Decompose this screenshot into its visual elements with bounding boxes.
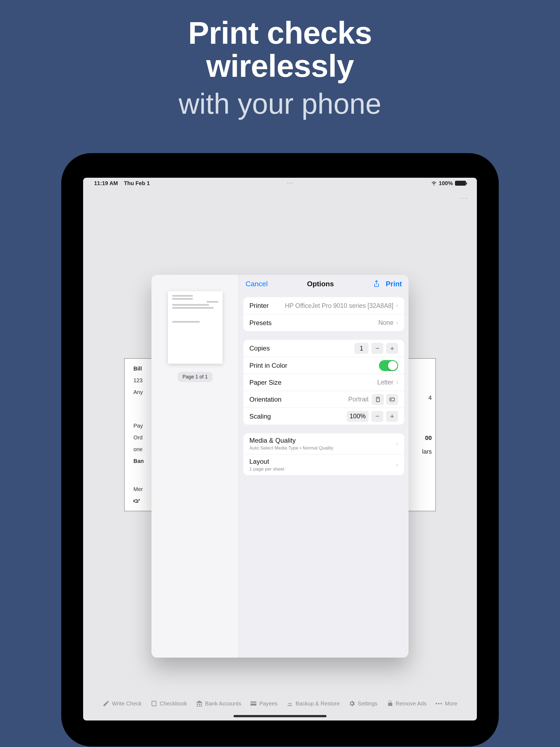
book-icon (150, 700, 157, 707)
svg-point-3 (391, 399, 392, 400)
print-button[interactable]: Print (386, 280, 402, 288)
svg-rect-2 (390, 398, 394, 401)
marketing-header: Print checks wirelessly with your phone (0, 0, 560, 120)
svg-rect-5 (251, 703, 257, 703)
status-left: 11:19 AM Thu Feb 1 (83, 180, 150, 186)
orientation-portrait-button[interactable] (372, 394, 384, 405)
share-icon[interactable] (373, 280, 380, 288)
gear-icon (348, 700, 355, 707)
chevron-right-icon: › (396, 302, 398, 309)
tablet-frame: 11:19 AM Thu Feb 1 ··· 100% ··· Bill 123… (61, 153, 499, 746)
tb-bank-accounts[interactable]: Bank Accounts (196, 700, 241, 707)
row-copies: Copies 1 − + (244, 340, 404, 357)
modal-title: Options (268, 280, 373, 288)
copies-value[interactable]: 1 (354, 343, 368, 354)
status-date: Thu Feb 1 (124, 180, 150, 186)
row-presets[interactable]: Presets None › (244, 314, 404, 331)
more-icon: ••• (435, 700, 443, 707)
battery-percent: 100% (439, 180, 453, 186)
row-orientation: Orientation Portrait (244, 391, 404, 408)
headline-sub: with your phone (0, 87, 560, 120)
cancel-button[interactable]: Cancel (246, 280, 268, 288)
status-bar: 11:19 AM Thu Feb 1 ··· 100% (83, 178, 477, 189)
home-indicator[interactable] (233, 715, 327, 717)
tb-payees[interactable]: Payees (250, 700, 278, 707)
bank-icon (196, 700, 203, 707)
row-layout[interactable]: Layout 1 page per sheet › (244, 454, 404, 475)
battery-icon (455, 181, 466, 186)
chevron-right-icon: › (396, 461, 398, 468)
section-advanced: Media & Quality Auto Select Media Type •… (244, 433, 404, 475)
chevron-right-icon: › (396, 379, 398, 386)
section-settings: Copies 1 − + Print in Color (244, 340, 404, 424)
modal-header: Cancel Options Print (239, 275, 408, 293)
color-toggle[interactable] (379, 360, 398, 371)
orientation-landscape-button[interactable] (386, 394, 398, 405)
section-printer: Printer HP OfficeJet Pro 9010 series [32… (244, 297, 404, 331)
tb-backup-restore[interactable]: Backup & Restore (286, 700, 339, 707)
bottom-toolbar: Write Check Checkbook Bank Accounts Paye… (83, 695, 477, 712)
svg-point-1 (377, 398, 378, 399)
svg-rect-0 (377, 397, 380, 402)
card-icon (250, 700, 257, 707)
headline-bold: Print checks wirelessly (0, 17, 560, 83)
tb-more[interactable]: ••• More (435, 700, 457, 707)
scaling-minus-button[interactable]: − (371, 411, 383, 422)
copies-minus-button[interactable]: − (371, 343, 383, 354)
compose-icon (103, 700, 110, 707)
multitask-dots[interactable]: ··· (150, 180, 431, 186)
check-edge-peek: 4 00 lars (422, 391, 432, 459)
status-time: 11:19 AM (94, 180, 118, 186)
copies-plus-button[interactable]: + (386, 343, 398, 354)
row-media-quality[interactable]: Media & Quality Auto Select Media Type •… (244, 433, 404, 454)
tb-remove-ads[interactable]: Remove Ads (386, 700, 427, 707)
row-scaling: Scaling 100% − + (244, 408, 404, 424)
row-paper-size[interactable]: Paper Size Letter › (244, 374, 404, 391)
tb-checkbook[interactable]: Checkbook (150, 700, 187, 707)
page-counter: Page 1 of 1 (177, 372, 212, 382)
print-preview-pane: Page 1 of 1 (152, 275, 239, 658)
unlock-icon (386, 700, 393, 707)
scaling-value[interactable]: 100% (347, 411, 368, 422)
row-color: Print in Color (244, 357, 404, 374)
status-right: 100% (431, 180, 477, 186)
app-overflow-button[interactable]: ··· (460, 194, 469, 202)
wifi-icon (431, 180, 437, 186)
row-printer[interactable]: Printer HP OfficeJet Pro 9010 series [32… (244, 297, 404, 314)
preview-thumbnail[interactable] (168, 291, 223, 364)
chevron-right-icon: › (396, 440, 398, 447)
tb-settings[interactable]: Settings (348, 700, 377, 707)
tablet-screen: 11:19 AM Thu Feb 1 ··· 100% ··· Bill 123… (83, 178, 477, 720)
print-options-modal: Page 1 of 1 Cancel Options Print Printer (152, 275, 408, 658)
download-icon (286, 700, 294, 707)
chevron-right-icon: › (396, 319, 398, 327)
scaling-plus-button[interactable]: + (386, 411, 398, 422)
tb-write-check[interactable]: Write Check (103, 700, 142, 707)
